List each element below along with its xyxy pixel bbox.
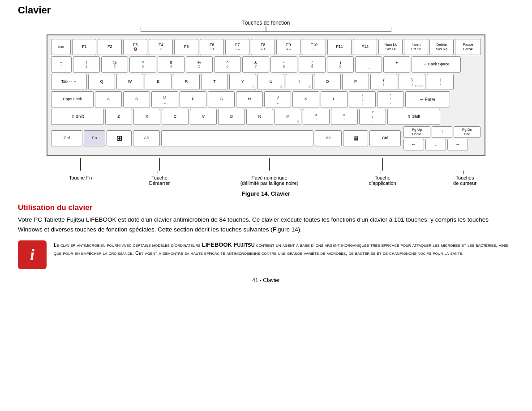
key-pgdn[interactable]: Pg DnEnd — [454, 126, 481, 138]
key-arrow-right[interactable]: → — [447, 139, 468, 150]
key-dash[interactable]: —_ — [355, 56, 382, 73]
key-b[interactable]: B — [218, 109, 245, 125]
key-ctrl-right[interactable]: Ctrl — [369, 130, 401, 146]
key-o[interactable]: O — [314, 74, 341, 90]
key-tilde[interactable]: ~` — [51, 56, 72, 73]
key-semicolon[interactable]: :;+ — [349, 91, 376, 107]
key-capslock[interactable]: Caps Lock — [51, 91, 94, 107]
key-r[interactable]: R — [173, 74, 200, 90]
key-f5[interactable]: F5 — [174, 39, 198, 55]
key-f1[interactable]: F1 — [72, 39, 96, 55]
touches-de-fonction-bracket — [141, 26, 391, 33]
key-ctrl-left[interactable]: Ctrl — [51, 130, 82, 146]
key-insert[interactable]: InsertPrt Sc — [404, 39, 428, 55]
section-heading: Utilisation du clavier — [18, 203, 514, 212]
key-comma[interactable]: <, — [303, 109, 330, 125]
key-5[interactable]: %5 — [186, 56, 213, 73]
key-period[interactable]: >.° — [331, 109, 358, 125]
key-n[interactable]: N — [246, 109, 273, 125]
key-1[interactable]: !1 — [73, 56, 100, 73]
key-arrow-up[interactable]: ↑ — [432, 126, 452, 138]
key-a[interactable]: A — [95, 91, 122, 107]
key-enter[interactable]: ↵ Enter — [405, 91, 450, 107]
key-4[interactable]: $4 — [158, 56, 184, 73]
key-f7[interactable]: F7☼▲ — [225, 39, 249, 55]
key-y[interactable]: Y4 — [229, 74, 256, 90]
key-2[interactable]: @2 — [101, 56, 128, 73]
key-application[interactable]: ▤ — [343, 130, 368, 146]
key-q[interactable]: Q — [88, 74, 115, 90]
key-9[interactable]: (9 — [299, 56, 326, 73]
key-3[interactable]: #3 — [129, 56, 156, 73]
key-k[interactable]: K — [292, 91, 319, 107]
key-delete[interactable]: DeleteSys Rq — [429, 39, 454, 55]
key-0[interactable]: )0 — [327, 56, 354, 73]
key-u[interactable]: U5 — [257, 74, 284, 90]
info-text-content: Le clavier antimicrobien fourni avec cer… — [54, 240, 514, 269]
key-i[interactable]: I6 — [286, 74, 313, 90]
key-f4[interactable]: F4☀ — [149, 39, 173, 55]
key-f6[interactable]: F6☼▼ — [200, 39, 224, 55]
key-w[interactable]: W — [116, 74, 143, 90]
key-t[interactable]: T — [201, 74, 228, 90]
key-alt-right[interactable]: Alt — [315, 130, 342, 146]
key-f12[interactable]: F12 — [353, 39, 377, 55]
key-j[interactable]: J_ — [264, 91, 291, 107]
key-v[interactable]: V — [190, 109, 217, 125]
key-close-bracket[interactable]: }]Enter — [399, 74, 425, 90]
key-h[interactable]: H — [236, 91, 263, 107]
key-7[interactable]: &7 — [242, 56, 269, 73]
key-f[interactable]: F — [180, 91, 206, 107]
page-number: 41 - Clavier — [18, 277, 514, 283]
key-windows[interactable]: ⊞ — [107, 130, 132, 146]
annotation-touche-fn: Touche Fn — [69, 158, 92, 180]
annotation-touches-curseur: Touchesde curseur — [453, 158, 476, 186]
key-shift-left[interactable]: ⇧ Shift — [51, 109, 104, 125]
key-g[interactable]: G — [208, 91, 235, 107]
key-numlk[interactable]: Num LkScr Lk — [378, 39, 403, 55]
key-f10[interactable]: F10□ — [302, 39, 326, 55]
annotation-touche-demarrer: ToucheDémarrer — [149, 158, 170, 186]
info-icon: i — [18, 240, 47, 269]
key-tab[interactable]: Tab ←→ — [51, 74, 87, 90]
page-title: Clavier — [18, 4, 514, 16]
figure-label: Figure 14. Clavier — [18, 190, 514, 197]
annotation-touche-application: Touched'application — [369, 158, 396, 186]
key-alt-left[interactable]: Alt — [133, 130, 160, 146]
key-s[interactable]: S — [123, 91, 150, 107]
key-x[interactable]: X — [133, 109, 160, 125]
info-text-body: Le clavier antimicrobien fourni avec cer… — [54, 242, 508, 256]
key-pause[interactable]: PauseBreak — [455, 39, 481, 55]
key-f8[interactable]: F8◄▼ — [251, 39, 275, 55]
key-shift-right[interactable]: ⇧ Shift — [387, 109, 440, 125]
key-fn[interactable]: Fn — [84, 130, 105, 146]
key-open-bracket[interactable]: {[ — [370, 74, 397, 90]
key-f2[interactable]: F2 — [98, 39, 122, 55]
key-backslash[interactable]: |\ — [427, 74, 454, 90]
key-f9[interactable]: F9◄▲ — [276, 39, 300, 55]
key-f3[interactable]: F3🔇 — [123, 39, 147, 55]
key-slash[interactable]: ?/· — [359, 109, 386, 125]
key-l[interactable]: L — [321, 91, 348, 107]
key-pgup[interactable]: Pg UpHome — [403, 126, 430, 138]
key-f11[interactable]: F11 — [327, 39, 352, 55]
key-6[interactable]: ^6 — [214, 56, 241, 73]
key-esc[interactable]: Esc — [51, 39, 71, 55]
key-p[interactable]: P — [342, 74, 369, 90]
key-space[interactable] — [161, 130, 313, 146]
keyboard-section: Touches de fonction Esc F1 F2 F3🔇 F4☀ F5… — [18, 20, 514, 186]
key-e[interactable]: E — [145, 74, 172, 90]
key-arrow-down[interactable]: ↓ — [425, 139, 446, 150]
annotation-pave-numerique: Pavé numérique(délimité par la ligne noi… — [240, 158, 299, 186]
key-backspace[interactable]: ← Back Space — [412, 56, 461, 73]
key-z[interactable]: Z — [105, 109, 132, 125]
key-equals[interactable]: += — [383, 56, 410, 73]
info-icon-letter: i — [30, 245, 34, 264]
key-d[interactable]: D_ — [151, 91, 178, 107]
key-m[interactable]: M0 — [275, 109, 301, 125]
key-c[interactable]: C — [162, 109, 189, 125]
key-8[interactable]: *8 — [270, 56, 297, 73]
key-quote[interactable]: "'* — [377, 91, 404, 107]
keyboard-row-2: Tab ←→ Q W E R T Y4 U5 I6 O P {[ }]Enter… — [51, 74, 481, 90]
key-arrow-left[interactable]: ← — [403, 139, 424, 150]
